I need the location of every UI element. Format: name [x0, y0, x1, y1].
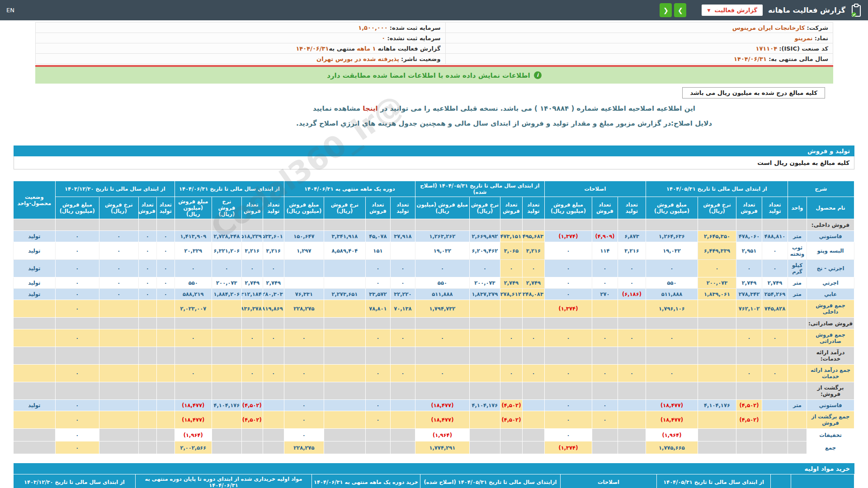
status-cell: [13, 411, 55, 429]
value-cell: ۰: [592, 277, 618, 289]
report-type-dropdown-label: گزارش فعالیت: [714, 7, 757, 14]
value-cell: ۱,۷۷۴,۲۹۱: [415, 441, 469, 454]
value-cell: ۱,۲۶۳,۲۶۲: [415, 231, 469, 242]
empty-cell: [788, 318, 807, 329]
empty-cell: [788, 382, 807, 400]
value-cell: ۵۵۰: [415, 277, 469, 289]
column-group-header: ازابتدای سال مالی تا تاریخ ۱۴۰۴/۰۵/۳۱ (ا…: [420, 474, 560, 488]
value-cell: (۴,۵۰۲): [736, 400, 762, 411]
table-row: جمع فروش صادراتی۰۰۰۰۰۰۰۰۰۰۰۰۰۰۰۰: [13, 329, 854, 347]
empty-cell: [13, 318, 55, 329]
info-cell: نماد: نمرینو: [445, 33, 833, 43]
language-en-link[interactable]: EN: [6, 7, 14, 14]
value-cell: ۲,۷۴۹: [736, 277, 762, 289]
empty-cell: [263, 382, 284, 400]
value-cell: [469, 429, 500, 441]
value-cell: ۰: [55, 242, 99, 260]
value-cell: ۲۷۰: [592, 289, 618, 300]
value-cell: [500, 300, 522, 318]
empty-cell: [762, 347, 788, 365]
empty-cell: [522, 318, 544, 329]
value-cell: ۰: [544, 277, 592, 289]
amendment-line-1: این اطلاعیه اصلاحیه اطلاعیه شماره ( ۱۴۰۹…: [158, 104, 850, 113]
empty-cell: [175, 219, 212, 231]
value-cell: ۲,۷۴۹: [522, 277, 544, 289]
empty-cell: [284, 318, 324, 329]
value-cell: ۴۷۳,۱۵۱: [500, 231, 522, 242]
value-cell: (۱۸,۴۷۷): [415, 400, 469, 411]
value-cell: ۰: [762, 365, 788, 382]
info-cell: سرمایه ثبت نشده: ۰: [36, 33, 446, 43]
table-row: جمع برگشت از فروش(۴,۵۰۲)(۱۸,۴۷۷)۰۰(۴,۵۰۲…: [13, 411, 854, 429]
value-cell: ۴۹۵,۶۸۳: [522, 231, 544, 242]
empty-cell: [263, 347, 284, 365]
value-cell: (۱,۹۶۴): [415, 429, 469, 441]
value-cell: [156, 411, 175, 429]
main-tbody: فروش داخلی:فاستونيمتر۴۸۸,۸۱۰۴۷۸,۰۶۰۲,۶۴۵…: [13, 219, 854, 454]
value-cell: ۴۸۸,۸۱۰: [762, 231, 788, 242]
value-cell: ۰: [138, 231, 156, 242]
empty-cell: [365, 219, 390, 231]
value-cell: (۴,۹۰۹): [592, 231, 618, 242]
company-info-table: شرکت: کارخانجات ایران مرینوسسرمایه ثبت ش…: [35, 22, 833, 64]
empty-cell: [500, 347, 522, 365]
empty-cell: [469, 382, 500, 400]
empty-cell: [390, 219, 415, 231]
previous-version-link[interactable]: اینجا: [363, 104, 377, 113]
empty-cell: [284, 382, 324, 400]
value-cell: [736, 441, 762, 454]
production-sales-section-bar: تولید و فروش: [14, 145, 854, 156]
value-cell: ۰: [762, 260, 788, 277]
value-cell: [469, 411, 500, 429]
status-cell: [13, 365, 55, 382]
column-group-header: از ابتدای سال مالی تا تاریخ ۱۴۰۴/۰۵/۳۱ (…: [415, 181, 544, 197]
value-cell: ۸۳۶,۳۷۸: [241, 300, 263, 318]
value-cell: [324, 411, 365, 429]
value-cell: [500, 441, 522, 454]
value-cell: ۰: [522, 365, 544, 382]
value-cell: [324, 277, 365, 289]
value-cell: ۰: [138, 260, 156, 277]
empty-cell: [469, 318, 500, 329]
value-cell: ۰: [156, 289, 175, 300]
value-cell: ۰: [415, 365, 469, 382]
value-cell: ۲,۷۲۸,۳۴۸: [212, 231, 241, 242]
value-cell: ۰: [390, 365, 415, 382]
value-cell: ۰: [592, 329, 618, 347]
status-cell: تولید: [13, 231, 55, 242]
value-cell: ۳,۰۶۵: [500, 242, 522, 260]
value-cell: ۰: [618, 260, 646, 277]
value-cell: ۲,۶۴۵,۳۵۰: [698, 231, 736, 242]
value-cell: ۰: [500, 365, 522, 382]
amounts-note-row: کلیه مبالغ به میلیون ریال است: [14, 156, 854, 169]
unit-cell: متر: [788, 289, 807, 300]
empty-cell: [99, 382, 138, 400]
value-cell: [365, 429, 390, 441]
value-cell: ۲۲۸,۲۷۵: [284, 300, 324, 318]
report-type-dropdown[interactable]: گزارش فعالیت ▼: [702, 5, 763, 16]
table-row: برگشت از فروش:: [13, 382, 854, 400]
nav-prev-button[interactable]: ❮: [660, 3, 672, 17]
value-cell: ۱۹,۰۳۲: [646, 242, 698, 260]
value-cell: [390, 441, 415, 454]
empty-cell: [592, 382, 618, 400]
value-cell: (۱۸,۴۷۷): [646, 400, 698, 411]
value-cell: (۶,۱۸۶): [618, 289, 646, 300]
value-cell: [522, 300, 544, 318]
value-cell: ۰: [55, 329, 99, 347]
column-header: نام محصول: [807, 197, 854, 219]
value-cell: ۰: [762, 329, 788, 347]
value-cell: ۲,۷۴۹: [500, 277, 522, 289]
announcement-nav: ❯ ❮: [660, 3, 686, 17]
unit-cell: [788, 441, 807, 454]
value-cell: [138, 429, 156, 441]
main-thead: شرحاز ابتدای سال مالی تا تاریخ ۱۴۰۴/۰۵/۳…: [13, 181, 854, 219]
value-cell: ۷۸,۸۰۱: [365, 300, 390, 318]
nav-next-button[interactable]: ❯: [674, 3, 686, 17]
value-cell: ۰: [55, 289, 99, 300]
column-header: نرخ فروش (ریال): [324, 197, 365, 219]
value-cell: [284, 277, 324, 289]
info-cell: کد صنعت (ISIC): ۱۷۱۱۰۴: [445, 43, 833, 54]
value-cell: ۰: [284, 400, 324, 411]
value-cell: ۲۷۸,۶۱۲: [500, 289, 522, 300]
